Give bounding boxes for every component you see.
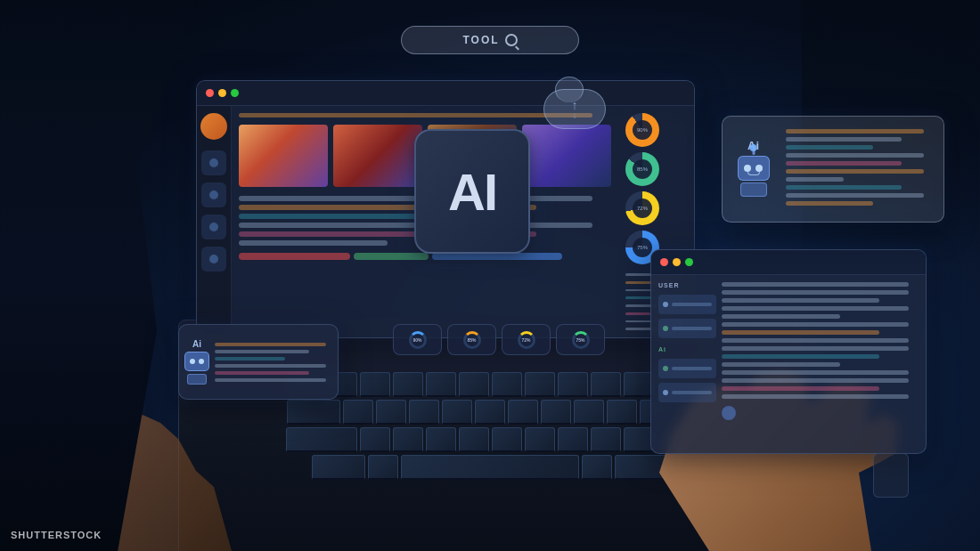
key [393,427,423,452]
small-robot-eye-r [199,359,204,364]
cloud-shape: ↑ ↓ [543,89,606,129]
progress-chips-row: 90% 85% 72% 75% [393,324,605,355]
right-dot-green [685,258,693,266]
cloud-icon: ↑ ↓ [543,89,606,129]
mini-circle-3: 72% [518,331,535,349]
small-robot-eye-l [190,359,195,364]
window-dot-red [206,89,214,97]
key [287,400,340,425]
robot-antenna [752,148,755,155]
ai-robot-code-lines [784,124,936,215]
chat-content: USER Ai [651,275,926,453]
key [426,372,456,397]
search-bar[interactable]: TOOL [401,26,579,54]
key [624,372,654,397]
cloud-arrow-up: ↑ [572,99,578,111]
bottom-left-content: Ai [179,325,338,399]
key [360,372,390,397]
key [409,400,439,425]
search-icon [505,34,518,46]
wrist-watch [873,453,909,498]
donut-chart-2: 85% [625,152,659,186]
key [492,372,522,397]
key [525,427,555,452]
robot-mouth [747,172,760,175]
ai-chip-label: AI [448,162,496,222]
progress-chip-3: 72% [502,324,551,355]
sidebar-item-1 [201,150,226,175]
ai-robot-content: Ai [723,117,943,222]
key [558,427,588,452]
chat-main-area [722,282,919,446]
ai-chip: AI [414,129,530,254]
key [492,427,522,452]
mini-circle-4: 75% [572,331,590,349]
donut-chart-1: 90% [625,113,659,147]
right-panel-header [651,250,926,275]
progress-chip-4: 75% [556,324,605,355]
small-robot-head [184,352,209,371]
key [541,400,571,425]
robot-icon [733,156,773,200]
robot-icon-container: Ai [730,124,777,215]
key [393,372,423,397]
chat-item-3 [658,359,716,378]
panel-header-main [197,81,694,106]
key [607,400,637,425]
chat-line [672,327,712,330]
sidebar-avatar [200,113,227,140]
mini-circle-2: 85% [463,331,481,349]
chat-ai-label: Ai [658,346,716,352]
right-code-panel: USER Ai [650,249,927,454]
key [508,400,538,425]
key [591,372,621,397]
key [459,427,489,452]
bottom-left-panel: Ai [178,324,339,400]
sidebar-item-4 [201,247,226,271]
chat-item-2 [658,319,716,338]
robot-eye-left [744,165,751,172]
chat-item-4 [658,383,716,402]
key [525,372,555,397]
mini-circle-1: 90% [409,331,427,349]
window-dot-yellow [218,89,226,97]
progress-chip-2: 85% [447,324,496,355]
small-ai-label: Ai [192,339,201,349]
user-avatar-icon [722,406,736,420]
key [286,427,357,452]
chat-line [672,303,712,306]
chat-dot [663,326,668,331]
chat-dot [663,390,668,395]
progress-chip-1: 90% [393,324,442,355]
search-label: TOOL [462,34,499,46]
donut-chart-3: 72% [625,191,659,225]
key [312,455,365,480]
thumbnail-4 [522,125,611,187]
chat-user-label: USER [658,282,716,288]
key [582,455,612,480]
key [591,427,621,452]
chat-line [672,367,712,370]
panel-sidebar [197,106,232,337]
key [368,455,398,480]
chat-dot [663,366,668,371]
key [574,400,604,425]
right-dot-yellow [673,258,681,266]
key [558,372,588,397]
right-dot-red [660,258,668,266]
sidebar-item-2 [201,182,226,207]
small-robot-container: Ai [184,330,209,393]
key [343,400,373,425]
key [360,427,390,452]
small-panel-code-lines [215,330,332,393]
thumbnail-2 [333,125,422,187]
spacebar-key [401,455,579,480]
key [442,400,472,425]
robot-body [740,182,767,197]
chat-sidebar: USER Ai [658,282,716,446]
key [475,400,505,425]
robot-eye-right [755,165,763,172]
window-dot-green [231,89,239,97]
thumbnail-1 [239,125,328,187]
key [426,427,456,452]
